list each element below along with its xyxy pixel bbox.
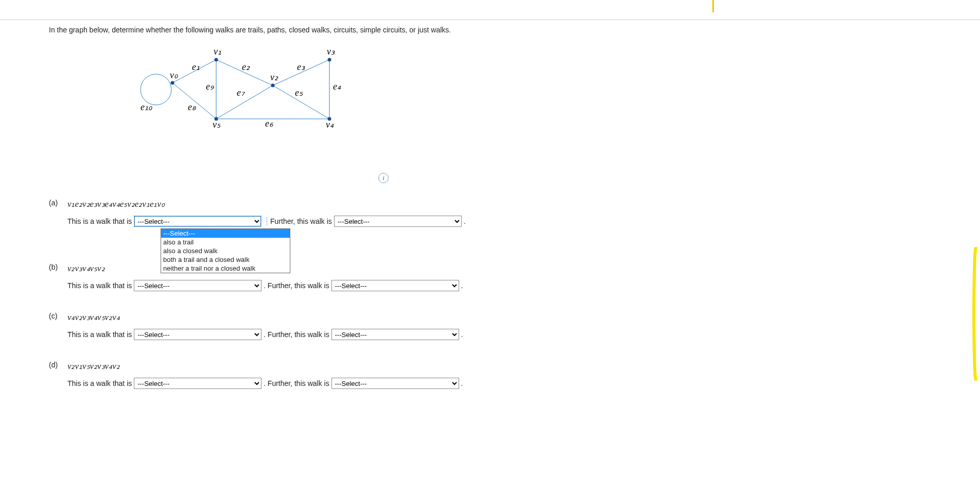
question-d: (d) v₂v₁v₅v₂v₃v₄v₂ This is a walk that i… <box>49 361 667 389</box>
vertex-label-v3: v₃ <box>327 46 335 57</box>
edge-label-e1: e₁ <box>192 62 200 72</box>
answer-text-end: . <box>461 330 463 339</box>
dropdown-option[interactable]: neither a trail nor a closed walk <box>161 264 290 273</box>
answer-text-end: . <box>461 379 463 387</box>
answer-text-pre: This is a walk that is <box>67 330 132 339</box>
select-d-2[interactable]: ---Select--- <box>331 378 459 389</box>
select-a-2[interactable]: ---Select--- <box>334 216 462 227</box>
answer-text-end: . <box>461 281 463 290</box>
answer-text-mid: Further, this walk is <box>267 217 332 225</box>
walk-expression-c: v₄v₂v₃v₄v₅v₂v₄ <box>67 312 120 322</box>
svg-point-11 <box>215 58 218 62</box>
answer-text-mid: . Further, this walk is <box>264 330 329 339</box>
walk-expression-d: v₂v₁v₅v₂v₃v₄v₂ <box>67 361 120 371</box>
part-label-a: (a) <box>49 199 65 207</box>
vertex-label-v1: v₁ <box>214 46 221 57</box>
walk-expression-b: v₂v₃v₄v₅v₂ <box>67 263 105 273</box>
vertex-label-v5: v₅ <box>213 119 221 130</box>
select-d-1[interactable]: ---Select--- <box>134 378 261 389</box>
dropdown-option[interactable]: ---Select--- <box>161 229 290 238</box>
answer-text-mid: . Further, this walk is <box>264 379 329 387</box>
graph-figure: v₀ v₁ v₂ v₃ v₄ v₅ e₁ e₂ e₃ e₄ e₅ e₆ e₇ e… <box>131 49 358 152</box>
highlight-mark <box>972 247 980 381</box>
question-prompt: In the graph below, determine whether th… <box>49 26 667 34</box>
vertex-label-v0: v₀ <box>170 70 178 80</box>
svg-point-10 <box>171 81 174 85</box>
select-b-1[interactable]: ---Select--- <box>134 280 261 291</box>
edge-label-e4: e₄ <box>333 81 341 92</box>
cursor-indicator <box>712 0 714 12</box>
answer-text-pre: This is a walk that is <box>67 281 132 290</box>
select-a-1[interactable]: ---Select--- <box>134 216 261 227</box>
svg-point-12 <box>271 84 275 87</box>
edge-label-e2: e₂ <box>242 62 250 72</box>
part-label-d: (d) <box>49 361 65 369</box>
info-icon[interactable]: i <box>378 173 389 183</box>
answer-text-pre: This is a walk that is <box>67 217 132 225</box>
answer-text-mid: . Further, this walk is <box>264 281 329 290</box>
svg-line-7 <box>216 85 273 119</box>
question-a: (a) v₁e₂v₂e₃v₃e₄v₄e₅v₂e₂v₁e₁v₀ This is a… <box>49 199 667 227</box>
edge-label-e10: e₁₀ <box>141 102 152 112</box>
vertex-label-v4: v₄ <box>326 119 334 130</box>
edge-label-e5: e₅ <box>295 87 303 98</box>
dropdown-open-a[interactable]: ---Select--- also a trail also a closed … <box>161 228 290 273</box>
part-label-b: (b) <box>49 263 65 271</box>
edge-label-e6: e₆ <box>265 118 273 129</box>
select-c-1[interactable]: ---Select--- <box>134 329 261 340</box>
walk-expression-a: v₁e₂v₂e₃v₃e₄v₄e₅v₂e₂v₁e₁v₀ <box>67 199 165 209</box>
dropdown-option[interactable]: also a trail <box>161 238 290 246</box>
answer-text-pre: This is a walk that is <box>67 379 132 387</box>
edge-label-e3: e₃ <box>297 62 305 72</box>
dropdown-option[interactable]: also a closed walk <box>161 246 290 255</box>
svg-point-13 <box>328 58 331 62</box>
vertex-label-v2: v₂ <box>270 72 278 82</box>
select-b-2[interactable]: ---Select--- <box>331 280 459 291</box>
edge-label-e7: e₇ <box>237 87 246 98</box>
edge-label-e9: e₉ <box>206 81 214 92</box>
select-c-2[interactable]: ---Select--- <box>331 329 459 340</box>
edge-label-e8: e₈ <box>188 102 196 112</box>
answer-text-end: . <box>464 217 466 225</box>
question-b: (b) v₂v₃v₄v₅v₂ This is a walk that is --… <box>49 263 667 291</box>
part-label-c: (c) <box>49 312 65 320</box>
svg-point-0 <box>141 74 171 105</box>
dropdown-option[interactable]: both a trail and a closed walk <box>161 255 290 264</box>
question-c: (c) v₄v₂v₃v₄v₅v₂v₄ This is a walk that i… <box>49 312 667 340</box>
